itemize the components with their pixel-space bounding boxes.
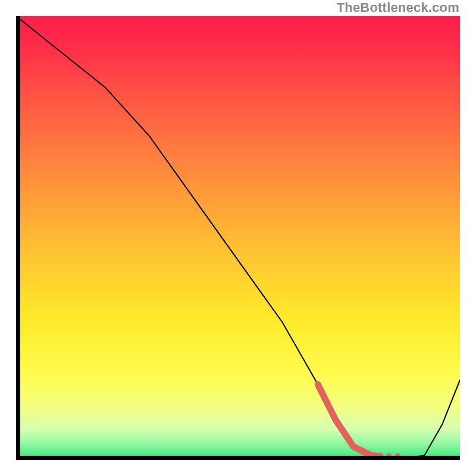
chart-canvas xyxy=(16,16,460,460)
gradient-background xyxy=(16,16,460,460)
plot-area xyxy=(16,16,460,460)
x-axis xyxy=(16,456,460,460)
y-axis xyxy=(16,16,20,460)
chart-frame: TheBottleneck.com xyxy=(0,0,476,476)
watermark-text: TheBottleneck.com xyxy=(337,0,459,15)
